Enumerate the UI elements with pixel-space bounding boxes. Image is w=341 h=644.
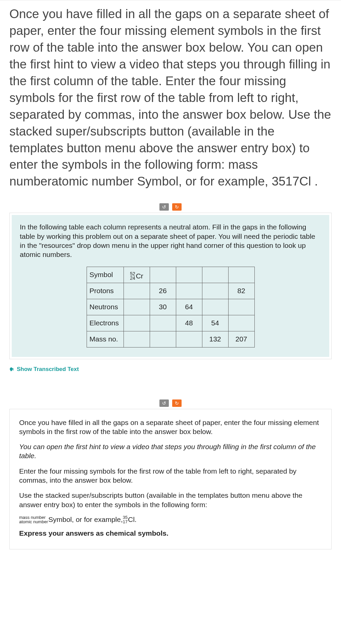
table-cell: 207	[228, 331, 254, 347]
image-section-1: ↺ ↻ In the following table each column r…	[9, 200, 332, 376]
example-atomic: 17	[123, 520, 128, 524]
formula-mid: Symbol, or for example,	[48, 516, 123, 524]
formula-period: .	[135, 516, 137, 524]
row-label: Protons	[87, 283, 124, 299]
image-panel-1: In the following table each column repre…	[9, 213, 332, 359]
image-toolbar: ↺ ↻	[9, 396, 332, 409]
table-row: Electrons 48 54	[87, 315, 254, 331]
table-cell: 26	[150, 283, 176, 299]
table-cell: 64	[176, 299, 202, 315]
table-cell: 132	[202, 331, 228, 347]
table-cell	[228, 267, 254, 283]
symbol-cell: 52 24 Cr	[124, 267, 150, 283]
table-cell	[176, 331, 202, 347]
table-cell	[124, 283, 150, 299]
table-cell	[228, 299, 254, 315]
table-cell	[176, 267, 202, 283]
rotate-cw-icon[interactable]: ↻	[172, 399, 182, 407]
table-cell	[150, 267, 176, 283]
image-section-2: ↺ ↻	[9, 396, 332, 409]
table-cell	[202, 299, 228, 315]
atomic-number: 24	[130, 276, 135, 280]
table-cell: 54	[202, 315, 228, 331]
table-cell	[228, 315, 254, 331]
show-transcribed-label: Show Transcribed Text	[17, 366, 79, 373]
problem-box: In the following table each column repre…	[12, 215, 329, 357]
rotate-cw-icon[interactable]: ↻	[172, 203, 182, 211]
table-row: Mass no. 132 207	[87, 331, 254, 347]
instruction-paragraph: You can open the first hint to view a vi…	[19, 442, 322, 461]
instruction-paragraph: Use the stacked super/subscripts button …	[19, 491, 322, 509]
rotate-ccw-icon[interactable]: ↺	[159, 203, 169, 211]
formula-mass-label: mass number	[19, 515, 48, 520]
image-toolbar: ↺ ↻	[9, 200, 332, 213]
problem-instructions: In the following table each column repre…	[20, 222, 321, 259]
formula-atomic-label: atomic number	[19, 520, 48, 524]
table-cell	[202, 283, 228, 299]
row-label: Mass no.	[87, 331, 124, 347]
example-mass: 35	[123, 515, 128, 520]
image-panel-2: Once you have filled in all the gaps on …	[9, 409, 332, 550]
table-cell	[150, 315, 176, 331]
voice-icon: 🗣	[9, 367, 14, 372]
table-row: Protons 26 82	[87, 283, 254, 299]
formula-example: mass number atomic number Symbol, or for…	[19, 515, 322, 524]
table-cell	[124, 331, 150, 347]
row-label: Neutrons	[87, 299, 124, 315]
table-cell	[150, 331, 176, 347]
instruction-paragraph: Enter the four missing symbols for the f…	[19, 467, 322, 485]
table-cell	[124, 299, 150, 315]
instruction-paragraph: Once you have filled in all the gaps on …	[19, 418, 322, 436]
table-cell: 48	[176, 315, 202, 331]
table-cell	[176, 283, 202, 299]
question-prompt: Once you have filled in all the gaps on …	[0, 0, 341, 197]
table-cell	[124, 315, 150, 331]
table-cell: 30	[150, 299, 176, 315]
show-transcribed-button[interactable]: 🗣 Show Transcribed Text	[9, 359, 332, 376]
table-row: Symbol 52 24 Cr	[87, 267, 254, 283]
row-label: Electrons	[87, 315, 124, 331]
instruction-paragraph: Express your answers as chemical symbols…	[19, 529, 322, 538]
table-row: Neutrons 30 64	[87, 299, 254, 315]
rotate-ccw-icon[interactable]: ↺	[159, 399, 169, 407]
table-cell	[202, 267, 228, 283]
answer-instructions: Once you have filled in all the gaps on …	[12, 411, 329, 547]
example-element: Cl	[128, 516, 135, 524]
atom-table: Symbol 52 24 Cr	[87, 267, 255, 347]
element-symbol: Cr	[136, 272, 143, 279]
row-label: Symbol	[87, 267, 124, 283]
table-cell: 82	[228, 283, 254, 299]
